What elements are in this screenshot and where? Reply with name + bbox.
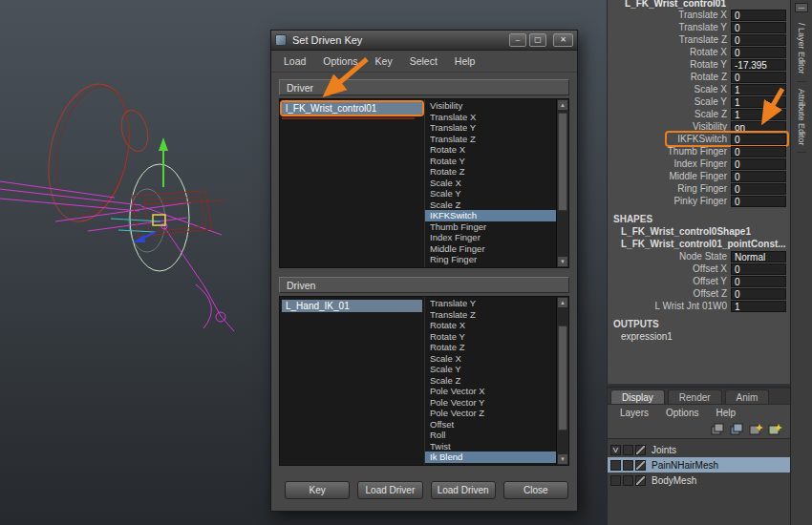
layer-color-swatch[interactable] xyxy=(635,475,646,486)
key-button[interactable]: Key xyxy=(285,481,350,499)
tab-layer-editor[interactable]: / Layer Editor xyxy=(797,16,806,82)
scroll-up-icon[interactable]: ▲ xyxy=(557,99,568,111)
channel-attr-label[interactable]: Node State xyxy=(608,251,731,262)
channel-attr-value-field[interactable]: 0 xyxy=(731,183,786,195)
channel-attr-label[interactable]: Rotate X xyxy=(608,47,731,57)
menu-layers[interactable]: Layers xyxy=(611,408,657,418)
driver-attribute-item[interactable]: Translate X xyxy=(425,112,556,123)
channel-attr-value-field[interactable]: 0 xyxy=(731,146,786,158)
driven-attribute-item[interactable]: Pole Vector X xyxy=(425,386,556,397)
channel-attr-label[interactable]: Scale Z xyxy=(608,109,731,119)
channel-attr-label[interactable]: IKFKSwitch xyxy=(608,134,731,144)
shape-node-name[interactable]: L_FK_Wrist_control0Shape1 xyxy=(608,225,790,238)
channel-attr-value-field[interactable]: 0 xyxy=(731,34,786,46)
driver-attribute-item[interactable]: Rotate Z xyxy=(425,166,556,178)
channel-box-node-name[interactable]: L_FK_Wrist_control01 xyxy=(608,0,790,9)
driven-attribute-item[interactable]: Roll xyxy=(425,430,556,441)
output-node-name[interactable]: expression1 xyxy=(608,330,790,343)
driven-attribute-item[interactable]: Scale Z xyxy=(425,375,556,387)
rig-small-circle-control[interactable] xyxy=(118,107,153,154)
channel-attr-label[interactable]: Thumb Finger xyxy=(608,146,731,157)
layer-row[interactable]: BodyMesh xyxy=(608,472,790,488)
load-driven-button[interactable]: Load Driven xyxy=(431,481,496,499)
dialog-titlebar[interactable]: Set Driven Key – ▢ ✕ xyxy=(271,31,577,51)
layer-display-type-checkbox[interactable] xyxy=(623,460,633,471)
channel-attr-label[interactable]: Offset X xyxy=(608,263,731,274)
driven-scroll-track[interactable] xyxy=(557,308,568,453)
driver-attribute-item[interactable]: Ring Finger xyxy=(425,254,556,265)
collapse-panel-icon[interactable]: — xyxy=(795,3,808,12)
layer-row[interactable]: PainNHairMesh xyxy=(608,457,790,472)
driven-attribute-item[interactable]: Translate Y xyxy=(425,298,556,309)
driver-attribute-item[interactable]: Scale X xyxy=(425,178,556,189)
driver-node-item[interactable]: l_FK_Wrist_control01 xyxy=(282,102,422,115)
layer-name[interactable]: PainNHairMesh xyxy=(648,460,790,471)
channel-attr-value-field[interactable]: 0 xyxy=(731,276,786,287)
menu-help[interactable]: Help xyxy=(446,52,484,71)
layers-stack-icon[interactable] xyxy=(711,423,725,435)
driver-attribute-item[interactable]: Translate Z xyxy=(425,134,556,145)
channel-attr-value-field[interactable]: 0 xyxy=(731,22,786,33)
channel-attr-label[interactable]: Pinky Finger xyxy=(608,196,731,206)
channel-attr-value-field[interactable]: 0 xyxy=(731,134,786,145)
driver-attribute-item[interactable]: Visibility xyxy=(425,100,556,112)
driver-attribute-item[interactable]: Index Finger xyxy=(425,232,556,243)
layer-color-swatch[interactable] xyxy=(635,445,646,455)
channel-attr-value-field[interactable]: 1 xyxy=(731,84,786,95)
menu-select[interactable]: Select xyxy=(401,52,446,71)
minimize-icon[interactable]: – xyxy=(509,33,526,47)
driver-attribute-item[interactable]: Thumb Finger xyxy=(425,221,556,233)
scroll-down-icon[interactable]: ▼ xyxy=(557,256,568,267)
new-empty-layer-icon[interactable] xyxy=(749,423,763,435)
channel-attr-label[interactable]: Translate Y xyxy=(608,22,731,32)
driven-attribute-item[interactable]: Twist xyxy=(425,441,556,452)
channel-attr-label[interactable]: Translate X xyxy=(608,10,731,20)
driver-attribute-item[interactable]: Scale Y xyxy=(425,188,556,200)
driver-attribute-item[interactable]: Pinky Finger xyxy=(425,265,556,268)
driven-attribute-item[interactable]: Scale X xyxy=(425,353,556,365)
translate-manipulator-y-arrowhead[interactable] xyxy=(159,137,168,151)
channel-attr-value-field[interactable]: 0 xyxy=(731,10,786,21)
channel-attr-label[interactable]: Index Finger xyxy=(608,158,731,169)
channel-attr-value-field[interactable]: 0 xyxy=(731,288,786,300)
close-button[interactable]: Close xyxy=(503,481,568,499)
channel-attr-value-field[interactable]: 1 xyxy=(731,301,786,312)
tab-render[interactable]: Render xyxy=(668,389,722,404)
driver-attribute-item[interactable]: Scale Z xyxy=(425,200,556,211)
menu-layer-options[interactable]: Options xyxy=(657,408,707,418)
driven-attribute-item[interactable]: Offset xyxy=(425,419,556,430)
channel-attr-label[interactable]: L Wrist Jnt 01W0 xyxy=(608,301,731,311)
close-icon[interactable]: ✕ xyxy=(553,33,573,47)
layer-visibility-checkbox[interactable] xyxy=(610,460,621,471)
translate-manipulator-z-arrowhead[interactable] xyxy=(133,235,145,242)
driven-attribute-item[interactable]: Scale Y xyxy=(425,364,556,375)
driver-attribute-item[interactable]: IKFKSwitch xyxy=(425,210,556,221)
driver-attribute-item[interactable]: Middle Finger xyxy=(425,243,556,255)
menu-options[interactable]: Options xyxy=(314,52,366,71)
channel-attr-value-field[interactable]: 0 xyxy=(731,171,786,182)
driver-scroll-thumb[interactable] xyxy=(558,113,567,211)
maximize-icon[interactable]: ▢ xyxy=(529,33,546,47)
layer-row[interactable]: V Joints xyxy=(608,442,790,457)
driven-node-item[interactable]: L_Hand_IK_01 xyxy=(282,300,422,312)
channel-attr-value-field[interactable]: 0 xyxy=(731,158,786,170)
channel-attr-label[interactable]: Scale X xyxy=(608,84,731,94)
menu-layer-help[interactable]: Help xyxy=(707,408,744,418)
driven-attribute-item[interactable]: Translate Z xyxy=(425,309,556,321)
driven-scrollbar[interactable]: ▲ ▼ xyxy=(556,297,568,465)
layer-name[interactable]: BodyMesh xyxy=(648,475,790,486)
menu-load[interactable]: Load xyxy=(275,52,314,71)
channel-attr-value-field[interactable]: on xyxy=(731,121,786,133)
scroll-down-icon[interactable]: ▼ xyxy=(557,453,568,465)
channel-attr-value-field[interactable]: 0 xyxy=(731,72,786,83)
driven-attribute-item[interactable]: Rotate Y xyxy=(425,331,556,343)
driver-attribute-item[interactable]: Rotate Y xyxy=(425,156,556,167)
layer-color-swatch[interactable] xyxy=(635,460,646,471)
channel-attr-label[interactable]: Offset Y xyxy=(608,276,731,286)
channel-attr-label[interactable]: Visibility xyxy=(608,121,731,132)
driver-scroll-track[interactable] xyxy=(557,111,568,256)
layer-display-type-checkbox[interactable] xyxy=(623,445,633,455)
channel-attr-label[interactable]: Rotate Y xyxy=(608,59,731,70)
driven-scroll-thumb[interactable] xyxy=(558,326,567,430)
scroll-up-icon[interactable]: ▲ xyxy=(557,297,568,308)
